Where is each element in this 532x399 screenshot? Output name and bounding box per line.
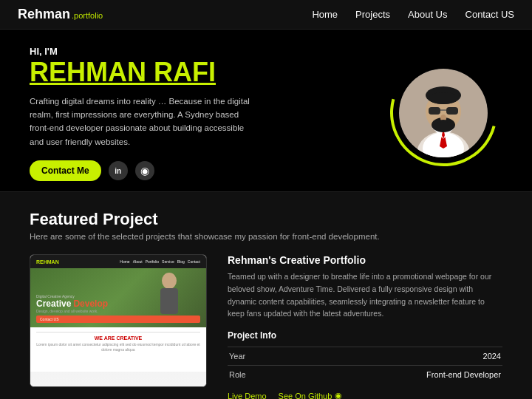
role-label: Role xyxy=(228,366,283,384)
thumb-hero: Digital Creative Agency Creative Develop… xyxy=(30,268,206,327)
thumb-we-are: WE ARE CREATIVE xyxy=(36,332,200,341)
contact-me-button[interactable]: Contact Me xyxy=(30,160,101,181)
year-value: 2024 xyxy=(283,347,502,366)
linkedin-icon[interactable]: in xyxy=(109,161,128,180)
avatar-svg xyxy=(399,69,488,157)
nav-links: Home Projects About Us Contact US xyxy=(312,9,514,20)
github-icon[interactable]: ◉ xyxy=(135,161,154,180)
logo[interactable]: Rehman .portfolio xyxy=(18,7,103,22)
thumb-footer: WE ARE CREATIVE Lorem ipsum dolor sit am… xyxy=(30,327,206,372)
hero-description: Crafting digital dreams into reality … B… xyxy=(30,95,251,149)
project-description: Teamed up with a designer to breathe lif… xyxy=(228,270,502,320)
table-row: Role Front-end Developer xyxy=(228,366,502,384)
role-value: Front-end Developer xyxy=(283,366,502,384)
hero-actions: Contact Me in ◉ xyxy=(30,160,251,181)
thumb-inner: REHMAN Home About Portfolio Service Blog… xyxy=(30,255,206,386)
github-link[interactable]: See On Github ◉ xyxy=(279,391,343,399)
project-row: REHMAN Home About Portfolio Service Blog… xyxy=(30,254,502,399)
hero-name: REHMAN RAFI xyxy=(30,58,251,87)
nav-contact[interactable]: Contact US xyxy=(466,9,514,20)
project-info: Rehman's Creative Portfolio Teamed up wi… xyxy=(228,254,502,399)
featured-subtitle: Here are some of the selected projects t… xyxy=(30,232,502,241)
navbar: Rehman .portfolio Home Projects About Us… xyxy=(0,0,532,30)
avatar xyxy=(399,69,488,157)
project-thumbnail: REHMAN Home About Portfolio Service Blog… xyxy=(30,254,207,387)
thumb-footer-text: Lorem ipsum dolor sit amet consectetur a… xyxy=(36,342,200,352)
github-circle-icon: ◉ xyxy=(335,391,342,399)
nav-projects[interactable]: Projects xyxy=(355,9,390,20)
greeting-text: HI, I'M xyxy=(30,46,58,57)
project-links: Live Demo See On Github ◉ xyxy=(228,391,502,399)
thumb-creative: Creative xyxy=(36,299,71,309)
year-label: Year xyxy=(228,347,283,366)
live-demo-link[interactable]: Live Demo xyxy=(228,391,267,399)
svg-rect-11 xyxy=(446,107,458,115)
hero-content: HI, I'M REHMAN RAFI Crafting digital dre… xyxy=(30,44,251,181)
logo-suffix: .portfolio xyxy=(72,11,103,20)
svg-rect-10 xyxy=(429,107,440,115)
project-info-label: Project Info xyxy=(228,330,502,341)
hero-section: HI, I'M REHMAN RAFI Crafting digital dre… xyxy=(0,30,532,192)
thumb-navbar: REHMAN Home About Portfolio Service Blog… xyxy=(30,255,206,268)
thumb-logo: REHMAN xyxy=(36,259,59,265)
thumb-sub: Design, develop and all website work. xyxy=(36,309,200,313)
thumb-develop: Develop xyxy=(73,299,108,309)
project-table: Year 2024 Role Front-end Developer xyxy=(228,347,502,383)
logo-brand: Rehman xyxy=(18,7,70,22)
table-row: Year 2024 xyxy=(228,347,502,366)
hero-avatar-container xyxy=(384,54,502,172)
featured-section: Featured Project Here are some of the se… xyxy=(0,192,532,399)
svg-point-14 xyxy=(162,273,177,289)
thumb-nav-links: Home About Portfolio Service Blog Contac… xyxy=(120,259,200,264)
nav-home[interactable]: Home xyxy=(312,9,338,20)
svg-point-8 xyxy=(429,92,458,104)
featured-title: Featured Project xyxy=(30,210,502,229)
project-title: Rehman's Creative Portfolio xyxy=(228,254,502,266)
nav-about[interactable]: About Us xyxy=(408,9,447,20)
hero-greeting: HI, I'M REHMAN RAFI xyxy=(30,46,251,87)
thumb-contact-btn: Contact US xyxy=(36,316,200,323)
